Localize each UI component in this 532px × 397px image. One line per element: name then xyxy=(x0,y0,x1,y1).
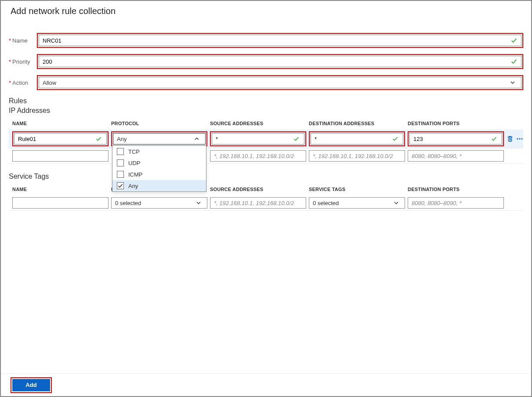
action-select[interactable]: Allow xyxy=(39,77,521,88)
ip-col-name: NAME xyxy=(12,121,111,126)
rule-destaddr-input[interactable] xyxy=(311,133,403,144)
svg-point-2 xyxy=(521,138,522,139)
st-servicetags-value: 0 selected xyxy=(313,200,339,206)
st-col-destports: DESTINATION PORTS xyxy=(408,187,507,192)
ip-col-protocol: PROTOCOL xyxy=(111,121,210,126)
st-protocol-select[interactable]: 0 selected xyxy=(111,197,207,209)
more-icon xyxy=(516,135,523,142)
protocol-option-label: TCP xyxy=(128,148,140,155)
rule-source-input-empty[interactable] xyxy=(210,150,306,162)
protocol-option-tcp[interactable]: TCP xyxy=(112,146,206,157)
priority-label: *Priority xyxy=(9,58,37,65)
st-col-servicetags: SERVICE TAGS xyxy=(309,187,408,192)
add-button[interactable]: Add xyxy=(12,379,50,391)
protocol-dropdown-panel: TCP UDP ICMP xyxy=(112,145,206,192)
checkbox-icon xyxy=(117,159,124,166)
st-servicetags-select[interactable]: 0 selected xyxy=(309,197,405,209)
action-label: *Action xyxy=(9,79,37,86)
rule-name-input[interactable] xyxy=(14,133,107,144)
ip-col-source: SOURCE ADDRESSES xyxy=(210,121,309,126)
name-input[interactable] xyxy=(39,35,521,46)
st-destports-input[interactable] xyxy=(408,197,504,209)
protocol-option-any[interactable]: Any xyxy=(112,180,206,191)
st-source-input[interactable] xyxy=(210,197,306,209)
svg-point-1 xyxy=(519,138,520,139)
form-row-priority: *Priority xyxy=(9,54,523,69)
st-protocol-value: 0 selected xyxy=(115,200,141,206)
trash-icon xyxy=(507,135,514,142)
form-row-name: *Name xyxy=(9,33,523,48)
rule-name-input-empty[interactable] xyxy=(12,150,109,162)
priority-label-text: Priority xyxy=(12,58,30,65)
st-col-source: SOURCE ADDRESSES xyxy=(210,187,309,192)
rule-protocol-value: Any xyxy=(117,136,127,142)
protocol-option-icmp[interactable]: ICMP xyxy=(112,169,206,180)
ip-col-destports: DESTINATION PORTS xyxy=(408,121,507,126)
ip-rule-row: Any TCP xyxy=(9,130,523,148)
service-tags-heading: Service Tags xyxy=(9,173,523,180)
dialog-frame: Add network rule collection *Name xyxy=(0,0,532,397)
rule-destports-input[interactable] xyxy=(409,133,502,144)
service-tags-table: NAME PROTOCOL SOURCE ADDRESSES SERVICE T… xyxy=(9,182,523,211)
rule-destports-input-empty[interactable] xyxy=(408,150,504,162)
ip-addresses-heading: IP Addresses xyxy=(9,107,523,115)
dialog-footer: Add xyxy=(1,373,531,396)
rule-protocol-select[interactable]: Any xyxy=(113,133,206,144)
protocol-option-label: ICMP xyxy=(128,171,143,178)
page-title: Add network rule collection xyxy=(9,6,523,19)
checkbox-checked-icon xyxy=(117,182,124,189)
ip-col-destaddr: DESTINATION ADDRESSES xyxy=(309,121,408,126)
rule-destaddr-input-empty[interactable] xyxy=(309,150,405,162)
name-label: *Name xyxy=(9,37,37,44)
rules-heading: Rules xyxy=(9,97,523,105)
priority-input[interactable] xyxy=(39,56,521,67)
name-label-text: Name xyxy=(12,37,28,44)
svg-point-0 xyxy=(517,138,518,139)
protocol-option-udp[interactable]: UDP xyxy=(112,157,206,169)
checkbox-icon xyxy=(117,148,124,155)
action-label-text: Action xyxy=(12,79,28,86)
form-row-action: *Action Allow xyxy=(9,75,523,90)
action-select-value: Allow xyxy=(43,79,56,86)
delete-row-button[interactable] xyxy=(507,135,514,142)
st-col-name: NAME xyxy=(12,187,111,192)
checkbox-icon xyxy=(117,171,124,178)
ip-rule-row-empty xyxy=(9,148,523,164)
rule-source-input[interactable] xyxy=(212,133,304,144)
ip-addresses-table: NAME PROTOCOL SOURCE ADDRESSES DESTINATI… xyxy=(9,116,523,164)
row-more-button[interactable] xyxy=(516,135,523,142)
protocol-option-label: Any xyxy=(128,183,138,189)
st-rule-row-empty: 0 selected 0 selected xyxy=(9,195,523,211)
protocol-option-label: UDP xyxy=(128,160,140,166)
st-name-input[interactable] xyxy=(12,197,109,209)
